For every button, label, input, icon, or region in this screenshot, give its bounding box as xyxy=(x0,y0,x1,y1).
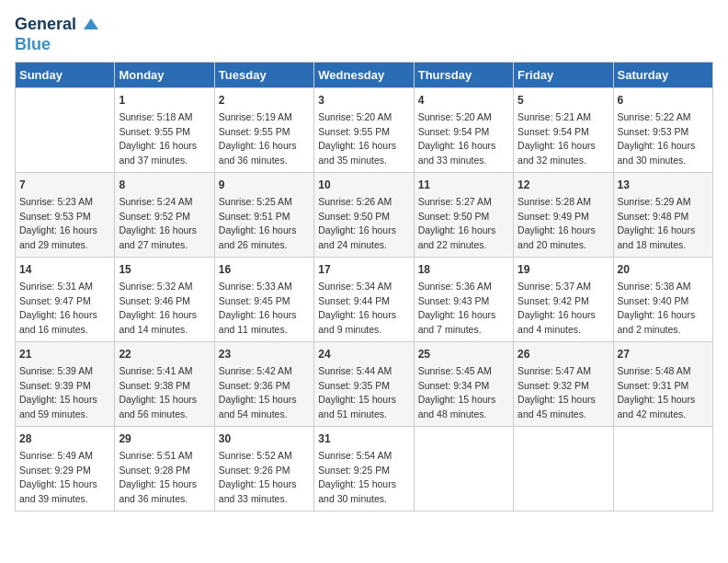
day-number: 5 xyxy=(518,92,609,109)
calendar-cell: 25Sunrise: 5:45 AMSunset: 9:34 PMDayligh… xyxy=(414,341,513,426)
day-number: 29 xyxy=(119,431,210,447)
logo-general: General xyxy=(15,15,76,33)
day-header-monday: Monday xyxy=(115,62,214,87)
calendar-cell: 17Sunrise: 5:34 AMSunset: 9:44 PMDayligh… xyxy=(314,257,414,341)
day-number: 9 xyxy=(219,177,310,193)
cell-content: Sunrise: 5:44 AMSunset: 9:35 PMDaylight:… xyxy=(318,364,409,422)
logo-icon xyxy=(82,17,100,35)
day-number: 25 xyxy=(418,346,509,362)
header: General Blue xyxy=(15,15,713,54)
cell-content: Sunrise: 5:34 AMSunset: 9:44 PMDaylight:… xyxy=(318,280,409,338)
day-number: 15 xyxy=(119,261,210,278)
logo-blue: Blue xyxy=(15,35,51,53)
calendar-cell: 29Sunrise: 5:51 AMSunset: 9:28 PMDayligh… xyxy=(115,426,214,511)
day-number: 17 xyxy=(318,261,409,278)
day-number: 3 xyxy=(318,92,409,109)
cell-content: Sunrise: 5:31 AMSunset: 9:47 PMDaylight:… xyxy=(19,280,110,338)
calendar-cell: 3Sunrise: 5:20 AMSunset: 9:55 PMDaylight… xyxy=(314,87,414,172)
day-number: 8 xyxy=(119,177,210,193)
calendar-cell: 9Sunrise: 5:25 AMSunset: 9:51 PMDaylight… xyxy=(214,172,313,257)
day-number: 16 xyxy=(219,261,310,278)
calendar-cell: 1Sunrise: 5:18 AMSunset: 9:55 PMDaylight… xyxy=(115,87,214,172)
cell-content: Sunrise: 5:38 AMSunset: 9:40 PMDaylight:… xyxy=(618,280,709,338)
day-number: 31 xyxy=(318,431,409,447)
day-number: 10 xyxy=(318,177,409,193)
day-header-wednesday: Wednesday xyxy=(314,62,414,87)
calendar-cell xyxy=(514,426,613,511)
cell-content: Sunrise: 5:20 AMSunset: 9:55 PMDaylight:… xyxy=(318,110,409,168)
cell-content: Sunrise: 5:37 AMSunset: 9:42 PMDaylight:… xyxy=(518,280,609,338)
calendar-cell xyxy=(414,426,513,511)
logo: General Blue xyxy=(15,15,100,54)
cell-content: Sunrise: 5:20 AMSunset: 9:54 PMDaylight:… xyxy=(418,110,509,168)
calendar-cell: 21Sunrise: 5:39 AMSunset: 9:39 PMDayligh… xyxy=(16,341,115,426)
calendar-cell: 28Sunrise: 5:49 AMSunset: 9:29 PMDayligh… xyxy=(16,426,115,511)
cell-content: Sunrise: 5:27 AMSunset: 9:50 PMDaylight:… xyxy=(418,195,509,253)
cell-content: Sunrise: 5:26 AMSunset: 9:50 PMDaylight:… xyxy=(318,195,409,253)
cell-content: Sunrise: 5:18 AMSunset: 9:55 PMDaylight:… xyxy=(119,110,210,168)
cell-content: Sunrise: 5:42 AMSunset: 9:36 PMDaylight:… xyxy=(219,364,310,422)
week-row-1: 1Sunrise: 5:18 AMSunset: 9:55 PMDaylight… xyxy=(16,87,713,172)
cell-content: Sunrise: 5:51 AMSunset: 9:28 PMDaylight:… xyxy=(119,449,210,507)
header-row: SundayMondayTuesdayWednesdayThursdayFrid… xyxy=(16,62,713,87)
calendar-cell: 30Sunrise: 5:52 AMSunset: 9:26 PMDayligh… xyxy=(214,426,313,511)
day-number: 21 xyxy=(19,346,110,362)
cell-content: Sunrise: 5:36 AMSunset: 9:43 PMDaylight:… xyxy=(418,280,509,338)
calendar-cell: 8Sunrise: 5:24 AMSunset: 9:52 PMDaylight… xyxy=(115,172,214,257)
calendar-cell: 14Sunrise: 5:31 AMSunset: 9:47 PMDayligh… xyxy=(16,257,115,341)
calendar-table: SundayMondayTuesdayWednesdayThursdayFrid… xyxy=(15,62,713,511)
cell-content: Sunrise: 5:49 AMSunset: 9:29 PMDaylight:… xyxy=(19,449,110,507)
cell-content: Sunrise: 5:41 AMSunset: 9:38 PMDaylight:… xyxy=(119,364,210,422)
cell-content: Sunrise: 5:52 AMSunset: 9:26 PMDaylight:… xyxy=(219,449,310,507)
calendar-cell: 12Sunrise: 5:28 AMSunset: 9:49 PMDayligh… xyxy=(514,172,613,257)
cell-content: Sunrise: 5:47 AMSunset: 9:32 PMDaylight:… xyxy=(518,364,609,422)
day-number: 12 xyxy=(518,177,609,193)
day-number: 13 xyxy=(618,177,709,193)
svg-marker-0 xyxy=(84,18,98,29)
cell-content: Sunrise: 5:23 AMSunset: 9:53 PMDaylight:… xyxy=(19,195,110,253)
day-number: 27 xyxy=(618,346,709,362)
day-number: 20 xyxy=(618,261,709,278)
day-header-tuesday: Tuesday xyxy=(214,62,313,87)
cell-content: Sunrise: 5:45 AMSunset: 9:34 PMDaylight:… xyxy=(418,364,509,422)
calendar-cell: 31Sunrise: 5:54 AMSunset: 9:25 PMDayligh… xyxy=(314,426,414,511)
day-header-saturday: Saturday xyxy=(613,62,712,87)
day-number: 19 xyxy=(518,261,609,278)
week-row-3: 14Sunrise: 5:31 AMSunset: 9:47 PMDayligh… xyxy=(16,257,713,341)
week-row-4: 21Sunrise: 5:39 AMSunset: 9:39 PMDayligh… xyxy=(16,341,713,426)
day-number: 1 xyxy=(119,92,210,109)
cell-content: Sunrise: 5:48 AMSunset: 9:31 PMDaylight:… xyxy=(618,364,709,422)
cell-content: Sunrise: 5:24 AMSunset: 9:52 PMDaylight:… xyxy=(119,195,210,253)
day-header-thursday: Thursday xyxy=(414,62,513,87)
week-row-5: 28Sunrise: 5:49 AMSunset: 9:29 PMDayligh… xyxy=(16,426,713,511)
calendar-cell: 11Sunrise: 5:27 AMSunset: 9:50 PMDayligh… xyxy=(414,172,513,257)
calendar-cell: 23Sunrise: 5:42 AMSunset: 9:36 PMDayligh… xyxy=(214,341,313,426)
calendar-cell: 24Sunrise: 5:44 AMSunset: 9:35 PMDayligh… xyxy=(314,341,414,426)
cell-content: Sunrise: 5:32 AMSunset: 9:46 PMDaylight:… xyxy=(119,280,210,338)
day-number: 22 xyxy=(119,346,210,362)
day-number: 2 xyxy=(219,92,310,109)
day-number: 4 xyxy=(418,92,509,109)
day-number: 30 xyxy=(219,431,310,447)
day-number: 24 xyxy=(318,346,409,362)
calendar-cell: 6Sunrise: 5:22 AMSunset: 9:53 PMDaylight… xyxy=(613,87,712,172)
calendar-cell: 7Sunrise: 5:23 AMSunset: 9:53 PMDaylight… xyxy=(16,172,115,257)
calendar-cell: 22Sunrise: 5:41 AMSunset: 9:38 PMDayligh… xyxy=(115,341,214,426)
day-header-sunday: Sunday xyxy=(16,62,115,87)
calendar-cell xyxy=(613,426,712,511)
calendar-cell: 16Sunrise: 5:33 AMSunset: 9:45 PMDayligh… xyxy=(214,257,313,341)
cell-content: Sunrise: 5:21 AMSunset: 9:54 PMDaylight:… xyxy=(518,110,609,168)
cell-content: Sunrise: 5:54 AMSunset: 9:25 PMDaylight:… xyxy=(318,449,409,507)
calendar-cell: 13Sunrise: 5:29 AMSunset: 9:48 PMDayligh… xyxy=(613,172,712,257)
calendar-cell: 18Sunrise: 5:36 AMSunset: 9:43 PMDayligh… xyxy=(414,257,513,341)
day-number: 18 xyxy=(418,261,509,278)
day-number: 14 xyxy=(19,261,110,278)
calendar-cell: 4Sunrise: 5:20 AMSunset: 9:54 PMDaylight… xyxy=(414,87,513,172)
cell-content: Sunrise: 5:19 AMSunset: 9:55 PMDaylight:… xyxy=(219,110,310,168)
calendar-cell: 20Sunrise: 5:38 AMSunset: 9:40 PMDayligh… xyxy=(613,257,712,341)
cell-content: Sunrise: 5:22 AMSunset: 9:53 PMDaylight:… xyxy=(618,110,709,168)
day-number: 7 xyxy=(19,177,110,193)
day-number: 28 xyxy=(19,431,110,447)
calendar-cell: 26Sunrise: 5:47 AMSunset: 9:32 PMDayligh… xyxy=(514,341,613,426)
day-number: 23 xyxy=(219,346,310,362)
